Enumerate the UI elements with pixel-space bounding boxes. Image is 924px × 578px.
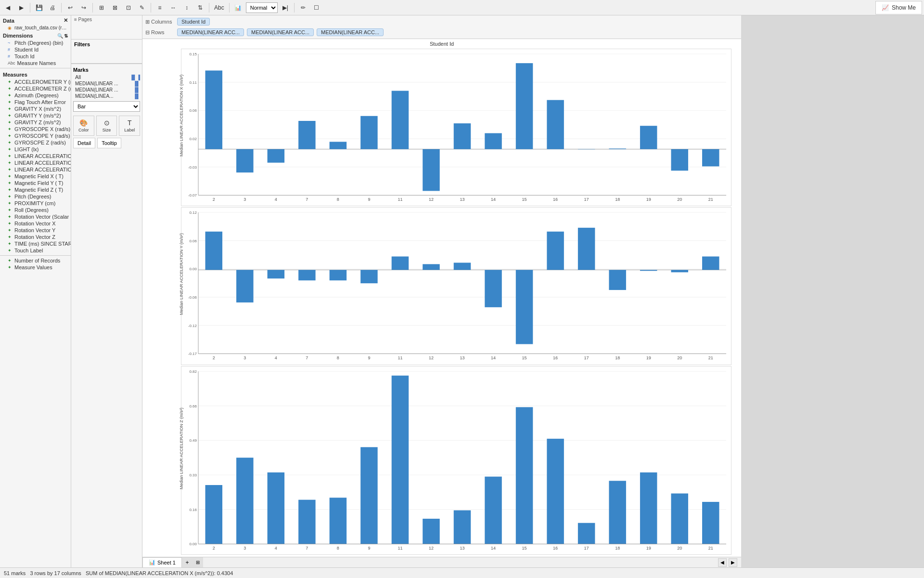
redo-button[interactable]: ↪ bbox=[78, 2, 90, 13]
sheet-tabs: 📊 Sheet 1 + ⊞ bbox=[142, 557, 203, 568]
meas-icon: ✦ bbox=[8, 214, 13, 219]
svg-rect-94 bbox=[702, 257, 719, 270]
toolbar-icon-9[interactable]: ▶| bbox=[280, 2, 291, 13]
toolbar-icon-4[interactable]: ✎ bbox=[136, 2, 148, 13]
toolbar-box[interactable]: ☐ bbox=[311, 2, 322, 13]
dim-measure-names[interactable]: Abc Measure Names bbox=[0, 60, 71, 66]
meas-pitch[interactable]: ✦Pitch (Degrees) bbox=[0, 193, 71, 200]
rows-pill-3[interactable]: MEDIAN(LINEAR ACC... bbox=[317, 28, 384, 36]
chart-row-3: Median LINEAR ACCELERATION Z (m/s²) 0.00… bbox=[181, 366, 732, 555]
meas-magfield-x[interactable]: ✦Magnetic Field X ( T) bbox=[0, 173, 71, 180]
dim-pitch-bin[interactable]: ~ Pitch (Degrees) (bin) bbox=[0, 39, 71, 46]
meas-proximity[interactable]: ✦PROXIMITY (cm) bbox=[0, 200, 71, 207]
marks-row-all[interactable]: All ▐▌▐ bbox=[73, 74, 140, 80]
label-button[interactable]: T Label bbox=[119, 116, 140, 136]
meas-linaccel-3[interactable]: ✦LINEAR ACCELERATION... bbox=[0, 166, 71, 173]
svg-rect-76 bbox=[423, 264, 439, 270]
svg-rect-66 bbox=[268, 270, 284, 279]
normal-select[interactable]: Normal bbox=[246, 2, 278, 13]
meas-icon: ✦ bbox=[8, 100, 13, 105]
add-sheet-button[interactable]: + bbox=[182, 557, 192, 568]
sort-icon[interactable]: ⇅ bbox=[64, 33, 68, 39]
undo-button[interactable]: ↩ bbox=[64, 2, 76, 13]
meas-grav-z[interactable]: ✦GRAVITY Z (m/s^2) bbox=[0, 119, 71, 126]
toolbar-pencil[interactable]: ✏ bbox=[297, 2, 309, 13]
meas-rotvec-y[interactable]: ✦Rotation Vector Y bbox=[0, 227, 71, 234]
toolbar-abc[interactable]: Abc bbox=[212, 2, 226, 13]
meas-icon: ✦ bbox=[8, 127, 13, 131]
meas-icon: ✦ bbox=[8, 201, 13, 206]
rows-pill-2[interactable]: MEDIAN(LINEAR ACC... bbox=[247, 28, 314, 36]
meas-icon: ✦ bbox=[8, 241, 13, 246]
meas-light[interactable]: ✦LIGHT (lx) bbox=[0, 146, 71, 153]
svg-text:21: 21 bbox=[708, 356, 713, 361]
svg-rect-74 bbox=[392, 257, 409, 270]
svg-rect-70 bbox=[330, 270, 346, 281]
meas-grav-y[interactable]: ✦GRAVITY Y (m/s^2) bbox=[0, 112, 71, 119]
meas-linaccel-2[interactable]: ✦LINEAR ACCELERATION... bbox=[0, 159, 71, 166]
size-button[interactable]: ⊙ Size bbox=[96, 116, 117, 136]
next-page-button[interactable]: ▶ bbox=[729, 558, 737, 567]
toolbar-icon-3[interactable]: ⊡ bbox=[123, 2, 134, 13]
svg-text:9: 9 bbox=[368, 197, 370, 202]
marks-row-1[interactable]: MEDIAN(LINEAR ... ▐▌ bbox=[73, 80, 140, 87]
meas-roll[interactable]: ✦Roll (Degrees) bbox=[0, 207, 71, 213]
dim-touch-id[interactable]: # Touch Id bbox=[0, 53, 71, 60]
meas-gyro-z[interactable]: ✦GYROSCPE Z (rad/s) bbox=[0, 139, 71, 146]
meas-magfield-z[interactable]: ✦Magnetic Field Z ( T) bbox=[0, 186, 71, 193]
svg-rect-110 bbox=[205, 485, 222, 544]
toolbar-icon-8[interactable]: ⇅ bbox=[194, 2, 206, 13]
marks-row-3[interactable]: MEDIAN(LINEA... ▐▌ bbox=[73, 93, 140, 99]
detail-button[interactable]: Detail bbox=[73, 138, 95, 148]
tooltip-button[interactable]: Tooltip bbox=[97, 138, 121, 148]
svg-text:0.06: 0.06 bbox=[189, 108, 197, 113]
svg-text:13: 13 bbox=[460, 546, 464, 551]
save-button[interactable]: 💾 bbox=[33, 2, 45, 13]
prev-page-button[interactable]: ◀ bbox=[718, 558, 727, 567]
meas-accel-y[interactable]: ✦ACCELEROMETER Y (m/... bbox=[0, 79, 71, 85]
meas-flag[interactable]: ✦Flag Touch After Error bbox=[0, 99, 71, 105]
meas-rotvec-scalar[interactable]: ✦Rotation Vector (Scalar ... bbox=[0, 213, 71, 220]
svg-text:0.16: 0.16 bbox=[189, 507, 197, 512]
meas-rotvec-x[interactable]: ✦Rotation Vector X bbox=[0, 220, 71, 227]
toolbar-icon-2[interactable]: ⊠ bbox=[109, 2, 121, 13]
sheet-tab-1[interactable]: 📊 Sheet 1 bbox=[142, 557, 182, 568]
svg-rect-64 bbox=[236, 270, 253, 303]
meas-linaccel-1[interactable]: ✦LINEAR ACCELERATION... bbox=[0, 153, 71, 159]
dim-student-id[interactable]: # Student Id bbox=[0, 46, 71, 53]
marks-type-select[interactable]: Bar bbox=[73, 101, 140, 112]
toolbar-icon-7[interactable]: ↕ bbox=[181, 2, 192, 13]
meas-magfield-y[interactable]: ✦Magnetic Field Y ( T) bbox=[0, 180, 71, 186]
meas-grav-x[interactable]: ✦GRAVITY X (m/s^2) bbox=[0, 105, 71, 112]
dim-icon-3: # bbox=[8, 54, 13, 59]
toolbar-icon-5[interactable]: ≡ bbox=[154, 2, 166, 13]
back-button[interactable]: ◀ bbox=[2, 2, 13, 13]
toolbar-icon-6[interactable]: ↔ bbox=[167, 2, 179, 13]
toolbar-chart[interactable]: 📊 bbox=[232, 2, 244, 13]
meas-gyro-y[interactable]: ✦GYROSCOPE Y (rad/s) bbox=[0, 132, 71, 139]
meas-azimuth[interactable]: ✦Azimuth (Degrees) bbox=[0, 92, 71, 99]
toolbar-sep-1 bbox=[30, 3, 30, 13]
search-icon[interactable]: 🔍 bbox=[57, 33, 63, 39]
meas-accel-z[interactable]: ✦ACCELEROMETER Z (m/... bbox=[0, 85, 71, 92]
columns-pill[interactable]: Student Id bbox=[177, 18, 210, 26]
show-me-button[interactable]: 📈 Show Me bbox=[875, 1, 922, 14]
copy-sheet-button[interactable]: ⊞ bbox=[192, 557, 203, 568]
marks-row-2[interactable]: MEDIAN(LINEAR ... ▐▌ bbox=[73, 87, 140, 93]
forward-button[interactable]: ▶ bbox=[15, 2, 27, 13]
meas-measure-values[interactable]: ✦Measure Values bbox=[0, 264, 71, 271]
print-button[interactable]: 🖨 bbox=[47, 2, 58, 13]
color-button[interactable]: 🎨 Color bbox=[73, 116, 94, 136]
meas-touch-label[interactable]: ✦Touch Label bbox=[0, 247, 71, 254]
toolbar-icon-1[interactable]: ⊞ bbox=[96, 2, 107, 13]
meas-gyro-x[interactable]: ✦GYROSCOPE X (rad/s) bbox=[0, 126, 71, 132]
meas-rotvec-z[interactable]: ✦Rotation Vector Z bbox=[0, 234, 71, 240]
toolbar: ◀ ▶ 💾 🖨 ↩ ↪ ⊞ ⊠ ⊡ ✎ ≡ ↔ ↕ ⇅ Abc 📊 Normal… bbox=[0, 0, 924, 15]
svg-text:17: 17 bbox=[584, 197, 589, 202]
meas-num-records[interactable]: ✦Number of Records bbox=[0, 257, 71, 264]
svg-text:0.06: 0.06 bbox=[189, 239, 197, 243]
rows-pill-1[interactable]: MEDIAN(LINEAR ACC... bbox=[177, 28, 244, 36]
data-source-item[interactable]: ◉ raw_touch_data.csv (ra... bbox=[0, 25, 71, 31]
meas-time[interactable]: ✦TIME (ms) SINCE START bbox=[0, 240, 71, 247]
rows-label: ⊟ Rows bbox=[145, 29, 174, 36]
